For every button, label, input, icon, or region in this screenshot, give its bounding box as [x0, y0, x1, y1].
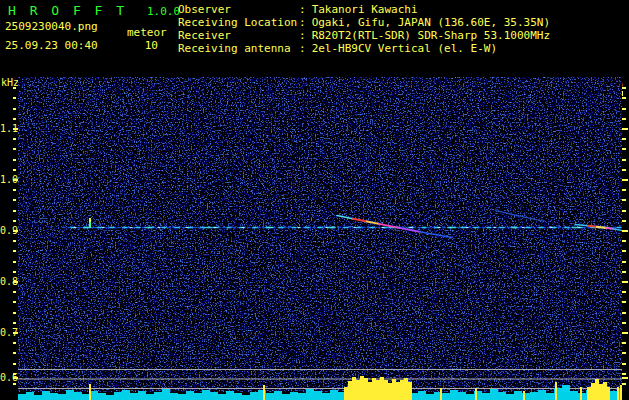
right-axis-minor-tick	[622, 383, 626, 385]
freq-axis-minor-tick	[13, 199, 16, 201]
level-event-bar	[360, 376, 364, 400]
header-left: H R O F F T 1.0.0 2509230040.png meteor …	[0, 0, 178, 58]
right-axis-minor-tick	[622, 159, 626, 161]
info-colon: :	[299, 42, 306, 55]
info-label: Receiving Location	[178, 16, 299, 29]
right-axis-minor-tick	[622, 148, 626, 150]
level-event-bar	[603, 382, 607, 400]
right-axis-minor-tick	[622, 373, 626, 375]
info-label: Receiving antenna	[178, 42, 299, 55]
freq-axis-minor-tick	[13, 87, 16, 89]
level-event-bar	[595, 379, 599, 400]
freq-axis-label: 0.9	[0, 225, 12, 236]
level-event-bar	[404, 378, 408, 400]
level-event-bar	[607, 387, 610, 400]
freq-axis-label: 1.0	[0, 174, 12, 185]
right-axis-minor-tick	[622, 87, 626, 89]
freq-axis-minor-tick	[13, 138, 16, 140]
hrofft-spectrogram-image: H R O F F T 1.0.0 2509230040.png meteor …	[0, 0, 629, 400]
meteor-streak	[606, 228, 613, 229]
freq-axis-minor-tick	[13, 373, 16, 375]
meteor-streak	[588, 226, 597, 227]
observer-info-row: Receiver:R820T2(RTL-SDR) SDR-Sharp 53.10…	[178, 29, 550, 42]
level-event-bar	[591, 383, 595, 400]
freq-axis-minor-tick	[13, 352, 16, 354]
freq-axis-label: 0.7	[0, 327, 12, 338]
right-axis-minor-tick	[622, 312, 626, 314]
doppler-blip	[89, 218, 91, 222]
khz-unit-label: kHz	[1, 77, 19, 88]
level-event-bar	[475, 388, 477, 400]
freq-axis-minor-tick	[13, 108, 16, 110]
right-axis-minor-tick	[622, 199, 626, 201]
level-event-bar	[620, 385, 622, 400]
observation-timestamp: 25.09.23 00:40	[5, 39, 98, 52]
meteor-streak	[597, 227, 606, 228]
right-axis-minor-tick	[622, 210, 626, 212]
freq-axis-minor-tick	[13, 148, 16, 150]
noise-field	[18, 77, 622, 392]
level-event-bar	[368, 382, 372, 400]
level-event-bar	[617, 387, 619, 400]
info-colon: :	[299, 16, 306, 29]
level-event-bar	[364, 378, 368, 400]
right-axis-minor-tick	[622, 179, 626, 181]
freq-axis-label: 0.6	[0, 372, 12, 383]
freq-axis-label: 1.1	[0, 123, 12, 134]
freq-axis-minor-tick	[13, 97, 16, 99]
output-filename: 2509230040.png	[5, 20, 98, 33]
observer-info-row: Receiving antenna:2el-HB9CV Vertical (el…	[178, 42, 550, 55]
level-event-bar	[392, 379, 396, 400]
freq-axis-minor-tick	[13, 312, 16, 314]
right-axis-minor-tick	[622, 138, 626, 140]
freq-axis-minor-tick	[13, 169, 16, 171]
observer-info: Observer:Takanori Kawachi Receiving Loca…	[178, 3, 550, 55]
info-value: Ogaki, Gifu, JAPAN (136.60E, 35.35N)	[312, 16, 550, 29]
level-event-bar	[408, 382, 412, 400]
info-value: Takanori Kawachi	[312, 3, 418, 16]
right-axis-minor-tick	[622, 97, 626, 99]
freq-axis-minor-tick	[13, 261, 16, 263]
freq-axis-minor-tick	[13, 301, 16, 303]
right-axis-minor-tick	[622, 250, 626, 252]
info-label: Observer	[178, 3, 299, 16]
freq-axis-minor-tick	[13, 342, 16, 344]
freq-axis-minor-tick	[13, 281, 16, 283]
mode-label: meteor	[127, 26, 167, 39]
right-axis-minor-tick	[622, 220, 626, 222]
right-axis-minor-tick	[622, 261, 626, 263]
freq-axis-minor-tick	[13, 118, 16, 120]
freq-axis-minor-tick	[13, 332, 16, 334]
right-axis-minor-tick	[622, 230, 626, 232]
level-event-bar	[348, 381, 352, 400]
right-axis-minor-tick	[622, 363, 626, 365]
freq-axis-minor-tick	[13, 189, 16, 191]
level-event-bar	[599, 384, 603, 400]
right-axis-minor-tick	[622, 301, 626, 303]
level-event-bar	[376, 380, 380, 400]
level-event-bar	[400, 380, 404, 400]
level-event-bar	[580, 387, 582, 400]
info-colon: :	[299, 29, 306, 42]
right-axis-minor-tick	[622, 108, 626, 110]
level-event-bar	[523, 391, 525, 400]
freq-axis-minor-tick	[13, 271, 16, 273]
info-colon: :	[299, 3, 306, 16]
level-event-bar	[555, 382, 557, 400]
right-axis-minor-tick	[622, 342, 626, 344]
freq-axis-label: 0.8	[0, 276, 12, 287]
level-event-bar	[384, 380, 388, 400]
level-event-bar	[344, 387, 348, 400]
level-event-bar	[380, 377, 384, 400]
freq-axis-minor-tick	[13, 383, 16, 385]
level-event-bar	[372, 378, 376, 400]
level-event-bar	[587, 387, 591, 400]
freq-axis-minor-tick	[13, 291, 16, 293]
level-event-bar	[263, 385, 265, 400]
freq-axis-minor-tick	[13, 230, 16, 232]
info-label: Receiver	[178, 29, 299, 42]
freq-axis-minor-tick	[13, 210, 16, 212]
info-value: R820T2(RTL-SDR) SDR-Sharp 53.1000MHz	[312, 29, 550, 42]
level-event-bar	[396, 382, 400, 400]
info-value: 2el-HB9CV Vertical (el. E-W)	[312, 42, 497, 55]
